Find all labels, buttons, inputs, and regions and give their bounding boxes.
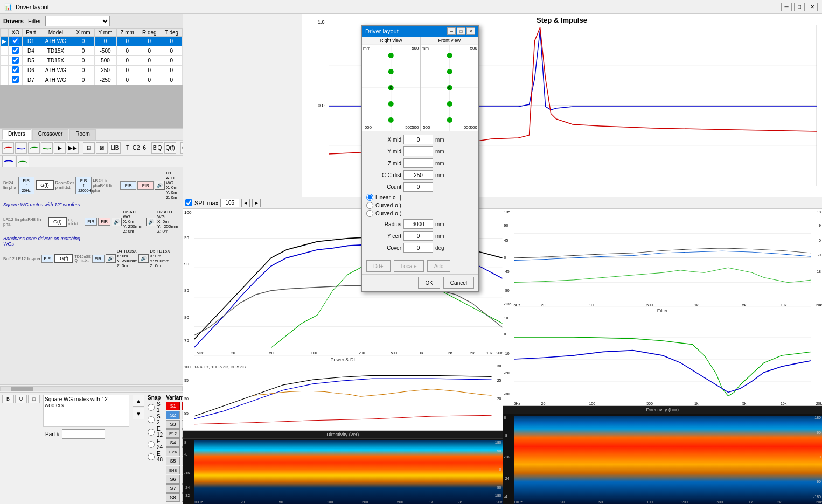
- checkbox-3[interactable]: [12, 66, 19, 73]
- variant-s1[interactable]: S1: [166, 402, 180, 410]
- driver-row-4[interactable]: D7ATH WG0-250000: [1, 75, 183, 85]
- fir-block-2: FIRf 22000Hz: [75, 177, 92, 194]
- row-checkbox-0[interactable]: [9, 37, 23, 46]
- curved1-label: Curved: [375, 202, 393, 208]
- variant-s8[interactable]: S8: [166, 493, 180, 502]
- cancel-btn[interactable]: Cancel: [443, 277, 474, 289]
- toolbar-line1-btn[interactable]: [2, 142, 14, 154]
- gf-block-2[interactable]: G(f): [48, 217, 67, 227]
- spl-expand-btn[interactable]: ►: [252, 199, 261, 207]
- snap-radio-s1[interactable]: [148, 404, 155, 411]
- dialog-max-btn[interactable]: □: [457, 27, 465, 35]
- spl-max-input[interactable]: [220, 199, 239, 207]
- curved1-radio[interactable]: [366, 202, 373, 209]
- add-btn[interactable]: Add: [427, 260, 451, 272]
- toolbar-line3-btn[interactable]: [28, 142, 40, 154]
- rt-y-0: 0: [819, 239, 821, 242]
- row-arrow-4: [1, 75, 9, 85]
- box-btn[interactable]: □: [28, 395, 40, 403]
- row-checkbox-2[interactable]: [9, 56, 23, 66]
- gf-block-1[interactable]: G(f): [36, 180, 54, 190]
- checkbox-1[interactable]: [12, 47, 19, 54]
- row-checkbox-3[interactable]: [9, 66, 23, 75]
- b-btn[interactable]: B: [2, 395, 14, 403]
- snap-radio-e24[interactable]: [148, 441, 155, 448]
- driver-row-0[interactable]: ▶D1ATH WG00000: [1, 37, 183, 46]
- down-btn[interactable]: ▼: [133, 408, 144, 419]
- dd-btn[interactable]: Dd+: [366, 260, 391, 272]
- variant-s6[interactable]: S6: [166, 475, 180, 484]
- g2-label: G2: [131, 145, 141, 151]
- driver-row-1[interactable]: D4TD15X0-500000: [1, 46, 183, 56]
- dialog-form-body: X mid mm Y mid mm Z mid mm: [362, 131, 478, 258]
- part-number-row: Part #: [43, 428, 129, 440]
- scrollbar-thumb[interactable]: [11, 387, 33, 391]
- spl-max-checkbox[interactable]: [185, 199, 192, 206]
- up-btn[interactable]: ▲: [133, 395, 144, 407]
- ymid-input[interactable]: [403, 146, 433, 156]
- toolbar2-line1-btn[interactable]: [2, 156, 15, 167]
- cell-model-3: ATH WG: [39, 66, 72, 75]
- curved2-radio[interactable]: [366, 210, 373, 217]
- power-y-90: 90: [184, 397, 189, 401]
- eq2-btn[interactable]: ⊠: [96, 142, 108, 154]
- dialog-close-btn[interactable]: ✕: [466, 27, 475, 35]
- locate-btn[interactable]: Locate: [394, 260, 424, 272]
- linear-radio[interactable]: [366, 194, 373, 201]
- row-checkbox-4[interactable]: [9, 75, 23, 85]
- ok-btn[interactable]: OK: [418, 277, 440, 289]
- fastfwd-btn[interactable]: ▶▶: [67, 142, 79, 154]
- driver-row-2[interactable]: D5TD15X0500000: [1, 56, 183, 66]
- gf-block-3[interactable]: G(f): [54, 254, 73, 263]
- xmid-input[interactable]: [403, 135, 433, 144]
- zmid-input[interactable]: [403, 158, 433, 168]
- loop-btn[interactable]: ⟳⟳: [180, 142, 183, 154]
- variant-s5[interactable]: S5: [166, 457, 180, 465]
- dir-hor-heatmap: [514, 416, 823, 504]
- tab-drivers[interactable]: Drivers: [2, 129, 31, 140]
- tab-room[interactable]: Room: [69, 129, 96, 140]
- dialog-min-btn[interactable]: ─: [447, 27, 456, 35]
- snap-radio-e12[interactable]: [148, 429, 155, 436]
- eq-btn[interactable]: ⊟: [83, 142, 95, 154]
- variant-e48[interactable]: E48: [166, 466, 180, 474]
- toolbar2-line2-btn[interactable]: [16, 156, 29, 167]
- minimize-button[interactable]: ─: [781, 3, 792, 11]
- scrollbar-track[interactable]: [0, 386, 183, 391]
- h-scrollbar[interactable]: [0, 384, 183, 392]
- qf-btn[interactable]: Q(f): [164, 142, 176, 154]
- snap-radio-s2[interactable]: [148, 416, 155, 423]
- tab-crossover[interactable]: Crossover: [32, 129, 69, 140]
- radius-input[interactable]: [403, 219, 433, 229]
- checkbox-2[interactable]: [12, 57, 19, 64]
- driver-row-3[interactable]: D6ATH WG0250000: [1, 66, 183, 75]
- play-btn[interactable]: ▶: [54, 142, 66, 154]
- snap-radio-e48[interactable]: [148, 453, 155, 460]
- ycert-input[interactable]: [403, 231, 433, 241]
- count-input[interactable]: [403, 182, 433, 192]
- description-text[interactable]: Square WG mates with 12" woofers: [43, 395, 129, 427]
- filter-select[interactable]: -: [45, 16, 110, 26]
- biq-btn[interactable]: BiQ: [151, 142, 163, 154]
- row-checkbox-1[interactable]: [9, 46, 23, 56]
- front-view-canvas: 500 mm 0 -500 -500 500: [421, 45, 479, 131]
- u-btn[interactable]: U: [15, 395, 27, 403]
- variant-s4[interactable]: S4: [166, 438, 180, 447]
- lib-btn[interactable]: LIB: [109, 142, 121, 154]
- variant-e24[interactable]: E24: [166, 447, 180, 456]
- toolbar-line4-btn[interactable]: [41, 142, 53, 154]
- cover-input[interactable]: [403, 243, 433, 253]
- close-button[interactable]: ✕: [807, 3, 818, 11]
- variant-s3[interactable]: S3: [166, 420, 180, 429]
- maximize-button[interactable]: □: [794, 3, 805, 11]
- variant-s2[interactable]: S2: [166, 411, 180, 419]
- part-input[interactable]: [62, 429, 105, 439]
- ccdist-input[interactable]: [403, 170, 433, 180]
- snap-opt-s1: S 1: [157, 401, 163, 413]
- checkbox-4[interactable]: [12, 76, 19, 83]
- checkbox-0[interactable]: [12, 37, 19, 44]
- variant-s7[interactable]: S7: [166, 484, 180, 493]
- spl-collapse-btn[interactable]: ◄: [241, 199, 250, 207]
- variant-e12[interactable]: E12: [166, 429, 180, 438]
- toolbar-line2-btn[interactable]: [15, 142, 27, 154]
